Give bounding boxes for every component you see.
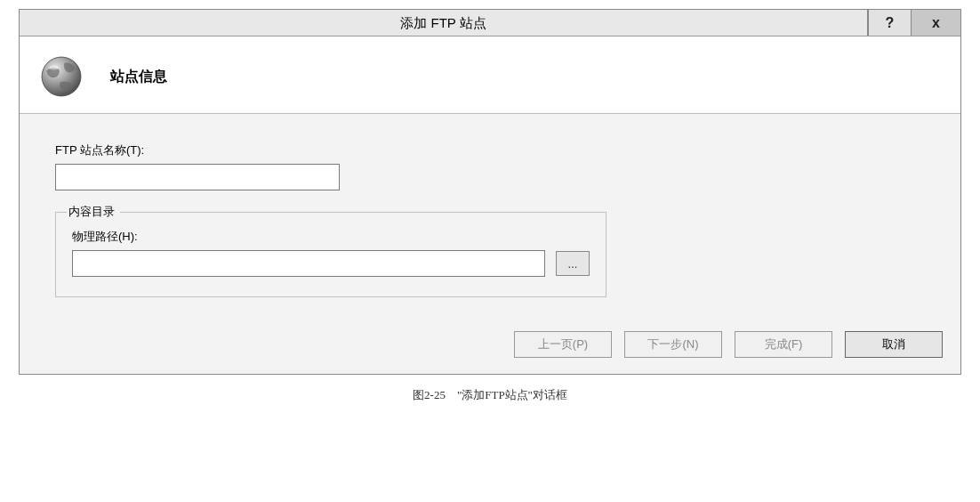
svg-point-1 <box>50 65 59 69</box>
figure-caption: 图2-25 "添加FTP站点"对话框 <box>9 387 971 403</box>
ftp-site-name-input[interactable] <box>55 164 340 190</box>
ftp-site-name-label: FTP 站点名称(T): <box>55 142 925 158</box>
add-ftp-site-dialog: 添加 FTP 站点 ? x 站点信息 <box>19 9 961 375</box>
titlebar: 添加 FTP 站点 ? x <box>20 10 960 36</box>
cancel-button[interactable]: 取消 <box>845 331 943 358</box>
content-directory-group: 内容目录 物理路径(H): ... <box>55 212 606 297</box>
dialog-title: 添加 FTP 站点 <box>20 10 867 36</box>
titlebar-buttons: ? x <box>867 10 960 36</box>
next-button[interactable]: 下一步(N) <box>624 331 722 358</box>
finish-button[interactable]: 完成(F) <box>735 331 832 358</box>
globe-icon <box>37 53 85 101</box>
content-directory-legend: 内容目录 <box>67 204 120 220</box>
header-title: 站点信息 <box>110 68 167 86</box>
physical-path-row: ... <box>72 250 590 277</box>
dialog-footer: 上一页(P) 下一步(N) 完成(F) 取消 <box>20 319 960 374</box>
close-button[interactable]: x <box>911 10 960 36</box>
physical-path-input[interactable] <box>72 250 545 277</box>
svg-point-0 <box>42 57 81 96</box>
help-button[interactable]: ? <box>868 10 911 36</box>
previous-button[interactable]: 上一页(P) <box>514 331 612 358</box>
browse-button[interactable]: ... <box>556 251 590 276</box>
dialog-header: 站点信息 <box>20 36 960 114</box>
dialog-body: FTP 站点名称(T): 内容目录 物理路径(H): ... <box>20 114 960 319</box>
physical-path-label: 物理路径(H): <box>72 229 590 245</box>
